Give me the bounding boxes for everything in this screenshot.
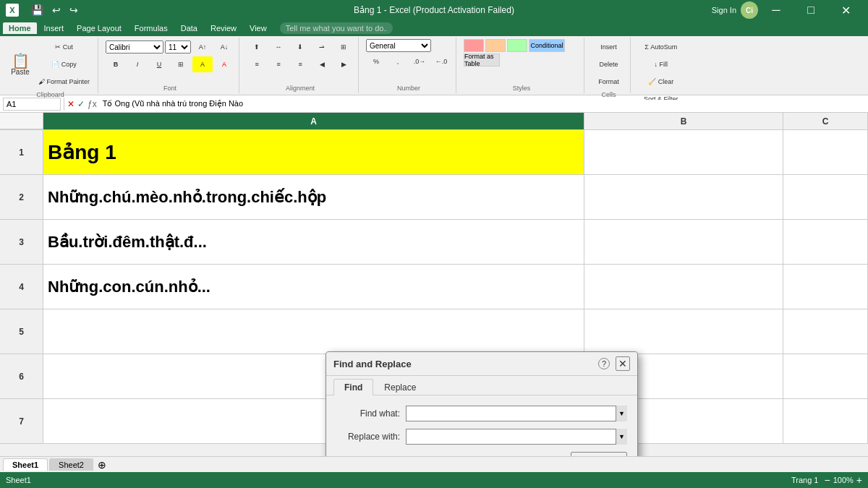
style-good[interactable] — [507, 39, 527, 52]
cells-label: Cells — [602, 91, 616, 98]
comma-button[interactable]: , — [388, 53, 408, 69]
confirm-formula-icon[interactable]: ✓ — [77, 99, 85, 109]
replace-input-wrapper: ▼ — [406, 429, 627, 445]
style-neutral[interactable] — [485, 39, 506, 52]
sheet-tabs: Sheet1 Sheet2 ⊕ — [0, 456, 868, 472]
zoom-in-button[interactable]: + — [856, 474, 862, 486]
title-bar: X 💾 ↩ ↪ Bảng 1 - Excel (Product Activati… — [0, 0, 868, 20]
fill-button[interactable]: ↓ Fill — [638, 56, 684, 72]
sheet-tab-2[interactable]: Sheet2 — [49, 458, 93, 471]
tab-view[interactable]: View — [244, 22, 273, 34]
align-center-button[interactable]: ≡ — [268, 56, 289, 72]
page-info: Trang 1 — [791, 476, 819, 484]
percent-button[interactable]: % — [366, 53, 386, 69]
fill-color-button[interactable]: A — [192, 56, 213, 72]
window-controls: Sign In Ci ─ □ ✕ — [712, 0, 862, 20]
tell-me-bar[interactable] — [280, 22, 393, 34]
align-bottom-button[interactable]: ⬇ — [290, 39, 310, 55]
minimize-button[interactable]: ─ — [760, 0, 793, 20]
dialog-title: Find and Replace — [333, 359, 412, 369]
insert-cells-button[interactable]: Insert — [595, 39, 623, 55]
name-box[interactable] — [3, 98, 61, 111]
formula-icons: ✕ ✓ ƒx — [67, 99, 97, 109]
user-area: Sign In Ci — [712, 0, 758, 20]
dialog-tabs: Find Replace — [326, 376, 637, 395]
tab-home[interactable]: Home — [3, 22, 37, 34]
find-label: Find what: — [336, 408, 400, 419]
bold-button[interactable]: B — [106, 56, 126, 72]
save-button[interactable]: 💾 — [29, 4, 46, 17]
dialog-tab-replace[interactable]: Replace — [373, 379, 427, 395]
decrease-indent-button[interactable]: ◀ — [312, 56, 332, 72]
close-button[interactable]: ✕ — [829, 0, 862, 20]
ribbon-group-styles: Conditional Format as Table Styles — [459, 38, 584, 93]
delete-cells-button[interactable]: Delete — [595, 56, 623, 72]
find-input-wrapper: ▼ — [406, 406, 627, 421]
dialog-title-bar: Find and Replace ? ✕ — [326, 352, 637, 376]
tab-page-layout[interactable]: Page Layout — [71, 22, 127, 34]
border-button[interactable]: ⊞ — [171, 56, 191, 72]
formula-input[interactable] — [100, 100, 865, 108]
find-what-input[interactable] — [406, 406, 627, 421]
ribbon-group-number: General Comma % , .0→ ←.0 Number — [362, 38, 456, 93]
font-size-select[interactable]: 11 — [165, 40, 191, 53]
find-replace-dialog: Find and Replace ? ✕ Find Replace Find w… — [326, 351, 638, 456]
title-bar-left: X 💾 ↩ ↪ — [6, 2, 86, 18]
align-top-button[interactable]: ⬆ — [247, 39, 267, 55]
undo-button[interactable]: ↩ — [50, 4, 63, 17]
conditional-formatting-button[interactable]: Conditional — [529, 39, 565, 52]
dialog-overlay: Find and Replace ? ✕ Find Replace Find w… — [0, 113, 868, 456]
autosum-button[interactable]: Σ AutoSum — [638, 39, 684, 55]
align-right-button[interactable]: ≡ — [290, 56, 310, 72]
decrease-decimal-button[interactable]: ←.0 — [431, 53, 451, 69]
align-middle-button[interactable]: ↔ — [268, 39, 289, 55]
alignment-label: Alignment — [286, 85, 315, 92]
cancel-formula-icon[interactable]: ✕ — [67, 99, 75, 109]
ribbon-content: 📋 Paste ✂ Cut 📄 Copy 🖌 Format Painter Cl… — [0, 36, 868, 95]
format-cells-button[interactable]: Format — [595, 74, 623, 90]
zoom-out-button[interactable]: − — [824, 474, 830, 486]
format-painter-button[interactable]: 🖌 Format Painter — [35, 74, 93, 90]
italic-button[interactable]: I — [127, 56, 148, 72]
find-dropdown-button[interactable]: ▼ — [616, 406, 627, 421]
increase-indent-button[interactable]: ▶ — [333, 56, 354, 72]
align-left-button[interactable]: ≡ — [247, 56, 267, 72]
status-bar: Sheet1 Trang 1 − 100% + — [0, 472, 868, 488]
options-button[interactable]: Options >> — [571, 452, 627, 456]
copy-button[interactable]: 📄 Copy — [35, 56, 93, 72]
tell-me-input[interactable] — [286, 24, 387, 33]
redo-button[interactable]: ↪ — [67, 4, 80, 17]
format-table-button[interactable]: Format as Table — [464, 53, 500, 67]
tab-review[interactable]: Review — [205, 22, 242, 34]
excel-icon: X — [6, 4, 19, 17]
increase-decimal-button[interactable]: .0→ — [409, 53, 430, 69]
number-label: Number — [397, 85, 420, 92]
dialog-close-button[interactable]: ✕ — [616, 356, 630, 371]
decrease-font-button[interactable]: A↓ — [214, 39, 234, 55]
font-color-button[interactable]: A — [214, 56, 234, 72]
tab-insert[interactable]: Insert — [38, 22, 70, 34]
add-sheet-button[interactable]: ⊕ — [98, 459, 106, 471]
maximize-button[interactable]: □ — [794, 0, 827, 20]
number-format-select[interactable]: General Comma — [366, 39, 431, 52]
tab-formulas[interactable]: Formulas — [129, 22, 174, 34]
increase-font-button[interactable]: A↑ — [192, 39, 213, 55]
font-family-select[interactable]: Calibri — [106, 40, 163, 53]
dialog-help-button[interactable]: ? — [598, 358, 610, 369]
dialog-tab-find[interactable]: Find — [333, 379, 373, 395]
paste-button[interactable]: 📋 Paste — [7, 46, 33, 83]
style-bad[interactable] — [464, 39, 484, 52]
merge-button[interactable]: ⊞ — [333, 39, 354, 55]
wrap-text-button[interactable]: ⇀ — [312, 39, 332, 55]
cut-button[interactable]: ✂ Cut — [35, 39, 93, 55]
tab-data[interactable]: Data — [175, 22, 203, 34]
insert-function-icon[interactable]: ƒx — [88, 99, 97, 109]
underline-button[interactable]: U — [149, 56, 169, 72]
sign-in-label[interactable]: Sign In — [712, 6, 736, 14]
sheet-tab-1[interactable]: Sheet1 — [3, 458, 48, 471]
replace-dropdown-button[interactable]: ▼ — [616, 429, 627, 445]
font-label: Font — [163, 85, 176, 92]
replace-with-input[interactable] — [406, 429, 627, 445]
zoom-controls: − 100% + — [824, 474, 862, 486]
clear-button[interactable]: 🧹 Clear — [638, 74, 684, 90]
